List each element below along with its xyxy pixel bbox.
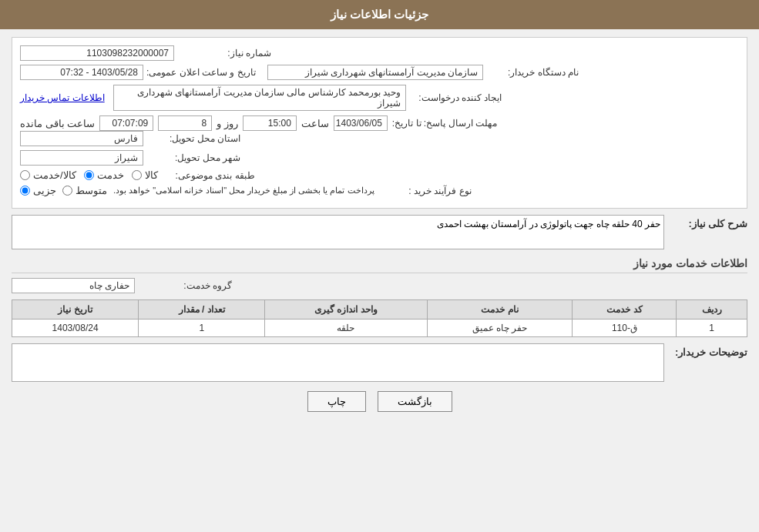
- announce-buyer-row: نام دستگاه خریدار: سازمان مدیریت آرامستا…: [20, 65, 739, 80]
- service-group-label: گروه خدمت:: [139, 280, 232, 291]
- deadline-days: 8: [158, 115, 212, 131]
- category-khedmat-radio[interactable]: [84, 170, 94, 180]
- category-both-label: کالا/خدمت: [33, 169, 76, 181]
- need-description-textarea[interactable]: [12, 215, 664, 249]
- info-section: شماره نیاز: 1103098232000007 نام دستگاه …: [12, 37, 747, 209]
- buyer-notes-box: [12, 343, 664, 382]
- need-number-row: شماره نیاز: 1103098232000007: [20, 45, 739, 61]
- cell-row: 1: [677, 320, 747, 337]
- need-description-label: شرح کلی نیاز:: [670, 215, 747, 229]
- announce-label: تاریخ و ساعت اعلان عمومی:: [146, 67, 256, 78]
- purchase-motovaset-option[interactable]: متوسط: [62, 185, 107, 196]
- requester-value: وحید بورمحمد کارشناس مالی سازمان مدیریت …: [113, 85, 406, 111]
- back-button[interactable]: بازگشت: [378, 391, 452, 412]
- print-button[interactable]: چاپ: [307, 391, 366, 412]
- province-row: استان محل تحویل: فارس: [20, 131, 739, 146]
- main-content: شماره نیاز: 1103098232000007 نام دستگاه …: [0, 29, 759, 427]
- service-group-value: حفاری چاه: [12, 278, 135, 293]
- deadline-time: 15:00: [243, 115, 297, 131]
- services-section-title: اطلاعات خدمات مورد نیاز: [12, 257, 747, 273]
- purchase-type-row: نوع فرآیند خرید : پرداخت تمام یا بخشی از…: [20, 185, 739, 196]
- category-both-option[interactable]: کالا/خدمت: [20, 169, 76, 181]
- province-value: فارس: [20, 131, 143, 146]
- category-label: طبقه بندی موضوعی:: [163, 170, 255, 181]
- purchase-motovaset-radio[interactable]: [62, 186, 72, 196]
- purchase-jozi-option[interactable]: جزیی: [20, 185, 56, 196]
- purchase-desc: پرداخت تمام یا بخشی از مبلغ خریدار محل "…: [113, 186, 374, 196]
- deadline-date: 1403/06/05: [334, 115, 388, 131]
- announce-value: 1403/05/28 - 07:32: [20, 65, 143, 80]
- page-wrapper: جزئیات اطلاعات نیاز شماره نیاز: 11030982…: [0, 0, 759, 532]
- city-value: شیراز: [20, 150, 143, 166]
- category-khedmat-option[interactable]: خدمت: [84, 169, 124, 181]
- category-options: کالا خدمت کالا/خدمت: [20, 169, 158, 181]
- col-header-code: کد خدمت: [573, 300, 677, 320]
- deadline-time-label: ساعت: [301, 118, 329, 129]
- table-row: 1 ق-110 حفر چاه عمیق حلقه 1 1403/08/24: [12, 320, 747, 337]
- col-header-row: ردیف: [677, 300, 747, 320]
- purchase-jozi-label: جزیی: [33, 185, 56, 196]
- purchase-motovaset-label: متوسط: [76, 185, 107, 196]
- requester-label: ایجاد کننده درخواست:: [409, 92, 502, 103]
- col-header-qty: تعداد / مقدار: [139, 300, 265, 320]
- category-kala-label: کالا: [145, 169, 158, 181]
- col-header-unit: واحد اندازه گیری: [265, 300, 427, 320]
- need-number-value: 1103098232000007: [20, 45, 174, 61]
- cell-date: 1403/08/24: [12, 320, 139, 337]
- header-title: جزئیات اطلاعات نیاز: [331, 8, 428, 21]
- province-label: استان محل تحویل:: [148, 133, 240, 144]
- category-kala-radio[interactable]: [132, 170, 142, 180]
- col-header-date: تاریخ نیاز: [12, 300, 139, 320]
- category-kala-option[interactable]: کالا: [132, 169, 158, 181]
- buyer-notes-row: توضیحات خریدار:: [12, 343, 747, 382]
- requester-row: ایجاد کننده درخواست: وحید بورمحمد کارشنا…: [20, 85, 739, 111]
- cell-qty: 1: [139, 320, 265, 337]
- city-label: شهر محل تحویل:: [148, 152, 240, 163]
- category-both-radio[interactable]: [20, 170, 30, 180]
- service-group-row: گروه خدمت: حفاری چاه: [12, 278, 747, 293]
- deadline-label: مهلت ارسال پاسخ: تا تاریخ:: [392, 118, 497, 129]
- city-row: شهر محل تحویل: شیراز: [20, 150, 739, 166]
- deadline-day-label: روز و: [217, 118, 238, 129]
- category-row: طبقه بندی موضوعی: کالا خدمت کالا/خدمت: [20, 169, 739, 181]
- cell-name: حفر چاه عمیق: [427, 320, 573, 337]
- cell-code: ق-110: [573, 320, 677, 337]
- purchase-type-options: پرداخت تمام یا بخشی از مبلغ خریدار محل "…: [20, 185, 374, 196]
- cell-unit: حلقه: [265, 320, 427, 337]
- contact-link[interactable]: اطلاعات تماس خریدار: [20, 92, 105, 103]
- buttons-row: بازگشت چاپ: [12, 391, 747, 412]
- buyer-org-label: نام دستگاه خریدار:: [486, 67, 579, 78]
- need-number-label: شماره نیاز:: [179, 48, 271, 59]
- deadline-remaining-label: ساعت باقی مانده: [20, 118, 95, 129]
- buyer-org-value: سازمان مدیریت آرامستانهای شهرداری شیراز: [267, 65, 483, 80]
- deadline-row: مهلت ارسال پاسخ: تا تاریخ: 1403/06/05 سا…: [20, 115, 739, 131]
- page-header: جزئیات اطلاعات نیاز: [0, 0, 759, 29]
- need-description-row: شرح کلی نیاز:: [12, 215, 747, 249]
- purchase-jozi-radio[interactable]: [20, 186, 30, 196]
- category-khedmat-label: خدمت: [97, 169, 124, 181]
- table-header-row: ردیف کد خدمت نام خدمت واحد اندازه گیری ت…: [12, 300, 747, 320]
- purchase-type-label: نوع فرآیند خرید :: [379, 186, 472, 196]
- buyer-notes-label: توضیحات خریدار:: [670, 343, 747, 358]
- services-table: ردیف کد خدمت نام خدمت واحد اندازه گیری ت…: [12, 299, 747, 337]
- col-header-name: نام خدمت: [427, 300, 573, 320]
- deadline-remaining: 07:07:09: [99, 115, 153, 131]
